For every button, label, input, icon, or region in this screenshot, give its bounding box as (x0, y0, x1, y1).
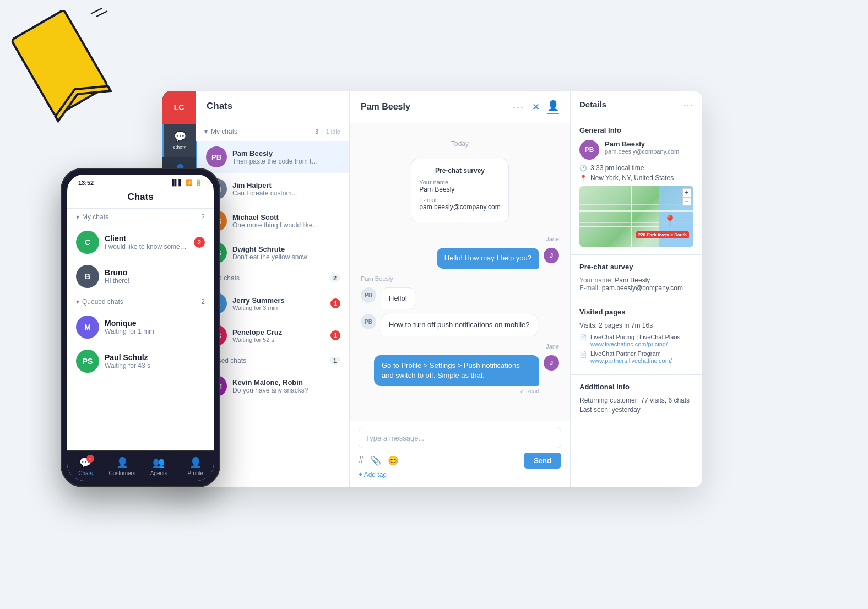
chat-name-jerry: Jerry Summers (232, 296, 325, 304)
chat-more-menu-icon[interactable]: ··· (513, 101, 524, 113)
agent-label-1: Jane (546, 236, 559, 242)
location-map: 📍 228 Park Avenue South + − (579, 186, 693, 247)
chat-preview-penelope: Waiting for 52 s (232, 336, 321, 343)
visited-pages-title: Visited pages (579, 308, 693, 316)
details-more-menu[interactable]: ··· (683, 100, 693, 109)
chat-name-kevin: Kevin Malone, Robin (232, 378, 340, 387)
chat-preview-jerry: Waiting for 3 min (232, 304, 321, 311)
page-icon-2: 📄 (579, 351, 587, 358)
phone-avatar-paul: PS (76, 350, 99, 373)
chat-preview-pam: Then paste the code from the e... (232, 157, 321, 165)
chat-input-area: Type a message... # 📎 😊 Send + Add tag (350, 421, 570, 487)
chat-name-dwight: Dwight Schrute (232, 245, 340, 253)
general-info-title: General Info (579, 126, 693, 134)
phone-avatar-monique: M (76, 316, 99, 339)
phone-nav-profile[interactable]: 👤 Profile (177, 451, 214, 481)
additional-info-title: Additional info (579, 383, 693, 391)
phone-nav-label-customers: Customers (109, 470, 135, 476)
avatar-pam-beesly: PB (206, 146, 227, 167)
page-link-2[interactable]: www.partners.livechatinc.com/ (590, 357, 672, 364)
sidebar-logo: LC (162, 91, 196, 124)
chats-panel-header: Chats (196, 91, 349, 122)
phone-queued-label: Queued chats (82, 298, 123, 306)
phone-nav-label-profile: Profile (188, 470, 203, 476)
last-seen: Last seen: yesterday (579, 406, 693, 414)
supervised-count: 1 (329, 357, 340, 365)
customer-avatar-1: PB (361, 287, 376, 303)
phone-avatar-bruno: B (76, 265, 99, 288)
details-panel: Details ··· General Info PB Pam Beesly p… (570, 91, 702, 487)
pre-chat-survey: Pre-chat survey Your name: Pam Beesly E-… (411, 159, 508, 222)
chat-preview-dwight: Don't eat the yellow snow! (232, 253, 321, 261)
sidebar-item-chats[interactable]: 💬 Chats (162, 124, 196, 157)
pre-chat-survey-container: Pre-chat survey Your name: Pam Beesly E-… (361, 153, 559, 228)
queued-count-badge: 2 (329, 274, 340, 282)
phone-bottom-nav: 💬 2 Chats 👤 Customers 👥 Agents 👤 Profile (67, 450, 214, 481)
map-zoom-in[interactable]: + (682, 188, 691, 197)
signal-icon: ▐▌▌ (170, 179, 183, 186)
phone-queued-chevron: ▾ (76, 298, 79, 306)
read-status: ✓ Read (520, 388, 539, 394)
phone-my-chats-count: 2 (201, 213, 205, 221)
phone-nav-label-chats: Chats (78, 470, 93, 476)
chat-badge-penelope: 1 (330, 330, 340, 340)
my-chats-section-header[interactable]: ▾ My chats 3 +1 idle (196, 122, 349, 141)
phone-chat-name-paul: Paul Schulz (105, 353, 205, 362)
hashtag-icon[interactable]: # (359, 455, 364, 466)
pre-chat-survey-title: Pre-chat survey (579, 263, 693, 271)
send-button[interactable]: Send (524, 453, 561, 469)
message-bubble-4: Go to Profile > Settings > Push notifica… (374, 355, 539, 386)
phone-customers-icon: 👤 (116, 456, 128, 469)
chat-header: Pam Beesly ··· ✕ 👤 (350, 91, 570, 123)
phone-chat-bruno[interactable]: B Bruno Hi there! (67, 259, 214, 293)
chat-name-penelope: Penelope Cruz (232, 328, 325, 336)
phone-chat-monique[interactable]: M Monique Waiting for 1 min (67, 310, 214, 344)
wifi-icon: 📶 (185, 179, 193, 186)
phone-nav-customers[interactable]: 👤 Customers (104, 451, 141, 481)
phone-chats-badge: 2 (86, 455, 94, 463)
details-title: Details (579, 100, 606, 109)
chat-area: Pam Beesly ··· ✕ 👤 Today Pre-chat survey… (350, 91, 570, 487)
message-bubble-2: Hello! (381, 287, 415, 309)
phone-nav-agents[interactable]: 👥 Agents (140, 451, 177, 481)
map-address-label: 228 Park Avenue South (636, 231, 689, 238)
pre-chat-survey-details: Pre-chat survey Your name: Pam Beesly E-… (571, 255, 702, 300)
agent-avatar-1: J (544, 248, 559, 263)
chat-badge-jerry: 1 (330, 298, 340, 308)
phone-time: 13:52 (78, 180, 94, 186)
phone-chat-client[interactable]: C Client I would like to know something … (67, 225, 214, 259)
message-input-placeholder[interactable]: Type a message... (359, 428, 561, 448)
user-avatar: PB (579, 140, 599, 160)
phone-chat-preview-paul: Waiting for 43 s (105, 362, 187, 369)
chat-messages: Today Pre-chat survey Your name: Pam Bee… (350, 123, 570, 421)
phone-profile-icon: 👤 (189, 456, 202, 469)
chat-name-pam: Pam Beesly (232, 149, 340, 157)
add-tag-button[interactable]: + Add tag (359, 469, 561, 481)
visited-pages-section: Visited pages Visits: 2 pages in 7m 16s … (571, 300, 702, 375)
chat-close-icon[interactable]: ✕ (532, 102, 539, 112)
phone-agents-icon: 👥 (153, 456, 165, 469)
chat-preview-michael: One more thing I would like to a... (232, 221, 321, 229)
message-bubble-3: How to turn off push notifications on mo… (381, 314, 538, 336)
map-zoom-out[interactable]: − (682, 197, 691, 206)
returning-customer: Returning customer: 77 visits, 6 chats (579, 396, 693, 404)
page-link-1[interactable]: www.livechatinc.com/pricing/ (590, 341, 668, 347)
phone-chat-paul[interactable]: PS Paul Schulz Waiting for 43 s (67, 344, 214, 378)
emoji-icon[interactable]: 😊 (388, 455, 399, 466)
date-divider: Today (361, 140, 559, 148)
location-icon: 📍 (579, 175, 587, 182)
phone-nav-chats[interactable]: 💬 2 Chats (67, 451, 104, 481)
desktop-window: LC 💬 Chats 👤 Customers Chats ▾ My chats … (162, 91, 702, 487)
attachment-icon[interactable]: 📎 (370, 455, 381, 466)
user-email: pam.beesly@company.com (605, 148, 679, 155)
user-name: Pam Beesly (605, 140, 679, 148)
chat-preview-kevin: Do you have any snacks? (232, 387, 321, 394)
chat-profile-icon[interactable]: 👤 (547, 100, 559, 114)
phone-my-chats-header[interactable]: ▾ My chats 2 (67, 209, 214, 225)
phone-chat-preview-monique: Waiting for 1 min (105, 328, 187, 335)
local-time: 3:33 pm local time (590, 164, 644, 172)
phone-my-chats-label: My chats (82, 213, 109, 221)
message-row-3: PB How to turn off push notifications on… (361, 314, 559, 336)
message-row-4: Go to Profile > Settings > Push notifica… (361, 355, 559, 394)
phone-queued-chats-header[interactable]: ▾ Queued chats 2 (67, 293, 214, 310)
